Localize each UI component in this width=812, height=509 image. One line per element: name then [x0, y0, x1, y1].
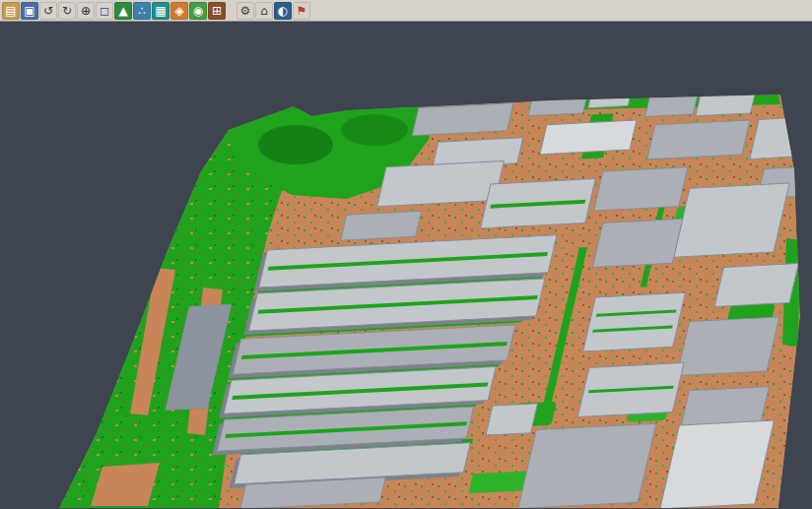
- texture-icon[interactable]: ◉: [189, 2, 207, 20]
- mesh-icon[interactable]: ◈: [170, 2, 188, 20]
- point-cloud-icon[interactable]: ∴: [133, 2, 151, 20]
- save-project-icon[interactable]: ▣: [21, 2, 38, 20]
- terrain-model-icon[interactable]: ▲: [114, 2, 132, 20]
- point-cloud-render[interactable]: [0, 22, 812, 508]
- pan-icon[interactable]: ⊕: [77, 2, 95, 20]
- undo-icon[interactable]: ↺: [39, 2, 57, 20]
- render-viewport[interactable]: [0, 22, 812, 508]
- reset-view-icon[interactable]: ⌂: [255, 2, 273, 20]
- dense-cloud-icon[interactable]: ▦: [152, 2, 169, 20]
- globe-icon[interactable]: ◐: [274, 2, 292, 20]
- redo-icon[interactable]: ↻: [58, 2, 76, 20]
- classify-icon[interactable]: ⊞: [208, 2, 226, 20]
- main-toolbar: ▤ ▣ ↺ ↻ ⊕ ◻ ▲ ∴ ▦ ◈ ◉ ⊞ ⚙ ⌂ ◐ ⚑: [0, 0, 812, 22]
- settings-icon[interactable]: ⚙: [237, 2, 254, 20]
- markers-icon[interactable]: ⚑: [293, 2, 310, 20]
- open-project-icon[interactable]: ▤: [2, 2, 20, 20]
- rectangle-selection-icon[interactable]: ◻: [96, 2, 113, 20]
- app-window: ▤ ▣ ↺ ↻ ⊕ ◻ ▲ ∴ ▦ ◈ ◉ ⊞ ⚙ ⌂ ◐ ⚑: [0, 0, 812, 509]
